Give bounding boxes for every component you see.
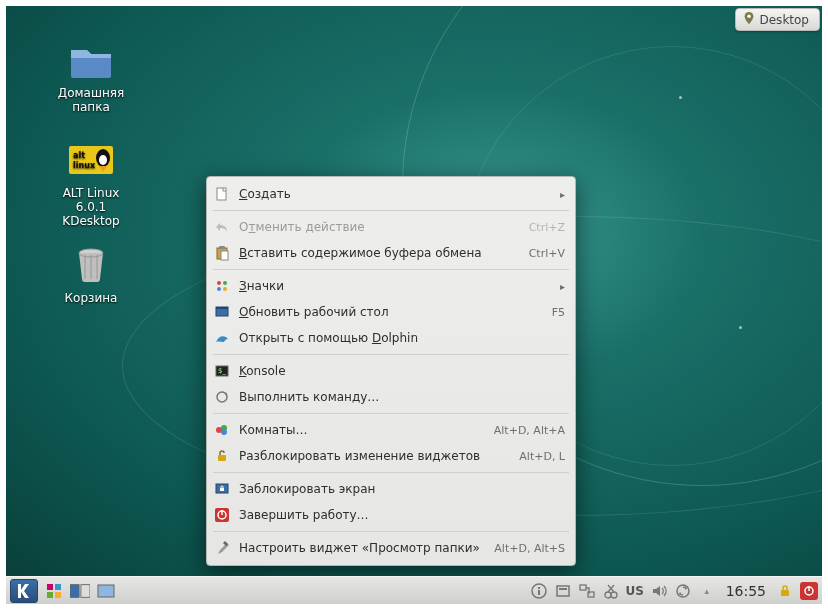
menu-item-label: Значки <box>239 279 552 293</box>
svg-rect-11 <box>221 251 228 260</box>
taskbar-panel: US ▴ 16:55 <box>6 576 822 604</box>
svg-rect-39 <box>538 587 540 589</box>
system-tray: US ▴ 16:55 <box>530 582 822 600</box>
svg-rect-49 <box>808 586 809 591</box>
menu-item-rooms[interactable]: Комнаты…Alt+D, Alt+A <box>207 417 575 443</box>
svg-point-13 <box>223 281 227 285</box>
menu-item-create[interactable]: Создать▸ <box>207 181 575 207</box>
submenu-arrow-icon: ▸ <box>560 281 565 292</box>
menu-item-lockscr[interactable]: Заблокировать экран <box>207 476 575 502</box>
volume-tray-icon[interactable] <box>650 582 668 600</box>
svg-rect-17 <box>216 307 228 309</box>
menu-item-label: Заблокировать экран <box>239 482 565 496</box>
menu-separator <box>213 413 569 414</box>
menu-item-refresh[interactable]: Обновить рабочий столF5 <box>207 299 575 325</box>
desktop-icon-home[interactable]: Домашняяпапка <box>46 36 136 114</box>
svg-rect-36 <box>98 585 114 597</box>
menu-item-konsole[interactable]: $_Konsole <box>207 358 575 384</box>
svg-rect-42 <box>580 585 586 590</box>
run-icon <box>213 388 231 406</box>
kmenu-button[interactable] <box>10 579 38 603</box>
menu-item-run[interactable]: Выполнить команду… <box>207 384 575 410</box>
svg-rect-34 <box>70 584 79 597</box>
folder-home-icon <box>67 36 115 84</box>
desktop-icon-label: Домашняяпапка <box>46 86 136 114</box>
desktop[interactable]: Desktop Домашняяпапка alt linux ALT Linu… <box>6 6 822 576</box>
activity-switcher-button[interactable] <box>44 581 64 601</box>
pager-button[interactable] <box>70 581 90 601</box>
svg-rect-8 <box>217 188 226 200</box>
svg-rect-40 <box>557 586 569 596</box>
svg-rect-32 <box>47 592 53 598</box>
info-tray-icon[interactable] <box>530 582 548 600</box>
dolphin-icon <box>213 329 231 347</box>
tray-expand-icon[interactable]: ▴ <box>698 582 716 600</box>
submenu-arrow-icon: ▸ <box>560 189 565 200</box>
menu-item-unlockw[interactable]: Разблокировать изменение виджетовAlt+D, … <box>207 443 575 469</box>
svg-point-45 <box>611 592 617 598</box>
menu-item-label: Настроить виджет «Просмотр папки» <box>239 541 484 555</box>
menu-separator <box>213 269 569 270</box>
menu-item-label: Konsole <box>239 364 565 378</box>
menu-item-label: Разблокировать изменение виджетов <box>239 449 509 463</box>
menu-separator <box>213 531 569 532</box>
menu-item-label: Создать <box>239 187 552 201</box>
svg-point-12 <box>217 281 221 285</box>
paste-icon <box>213 244 231 262</box>
desktop-toolbox-label: Desktop <box>760 13 810 27</box>
svg-rect-33 <box>55 592 61 598</box>
svg-point-44 <box>605 592 611 598</box>
lockscr-icon <box>213 480 231 498</box>
power-icon <box>213 506 231 524</box>
menu-item-shutdown[interactable]: Завершить работу… <box>207 502 575 528</box>
klipper-tray-icon[interactable] <box>602 582 620 600</box>
menu-separator <box>213 210 569 211</box>
panel-clock[interactable]: 16:55 <box>722 583 770 599</box>
svg-rect-26 <box>220 488 224 491</box>
rooms-icon <box>213 421 231 439</box>
menu-separator <box>213 354 569 355</box>
updater-tray-icon[interactable] <box>674 582 692 600</box>
desktop-icon-altlinux[interactable]: alt linux ALT Linux 6.0.1KDesktop <box>46 136 136 228</box>
menu-item-label: Выполнить команду… <box>239 390 565 404</box>
desktop-icon-trash[interactable]: Корзина <box>46 241 136 305</box>
svg-point-0 <box>747 15 751 19</box>
svg-rect-24 <box>218 455 226 461</box>
new-icon <box>213 185 231 203</box>
panel-shutdown-button[interactable] <box>800 582 818 600</box>
device-tray-icon[interactable] <box>554 582 572 600</box>
unlock-icon <box>213 447 231 465</box>
menu-separator <box>213 472 569 473</box>
panel-lock-button[interactable] <box>776 582 794 600</box>
svg-rect-47 <box>781 590 789 596</box>
show-desktop-button[interactable] <box>96 581 116 601</box>
menu-item-iconsset[interactable]: Значки▸ <box>207 273 575 299</box>
svg-text:alt: alt <box>73 151 85 160</box>
svg-point-23 <box>221 429 227 435</box>
menu-item-shortcut: Ctrl+V <box>529 247 565 260</box>
svg-rect-35 <box>81 584 90 597</box>
svg-point-15 <box>223 287 227 291</box>
menu-item-paste[interactable]: Вставить содержимое буфера обменаCtrl+V <box>207 240 575 266</box>
konsole-icon: $_ <box>213 362 231 380</box>
svg-rect-31 <box>55 584 61 590</box>
menu-item-label: Завершить работу… <box>239 508 565 522</box>
menu-item-label: Обновить рабочий стол <box>239 305 542 319</box>
desktop-toolbox[interactable]: Desktop <box>735 8 821 31</box>
svg-rect-30 <box>47 584 53 590</box>
svg-rect-10 <box>219 246 225 249</box>
network-tray-icon[interactable] <box>578 582 596 600</box>
alt-linux-icon: alt linux <box>67 136 115 184</box>
menu-item-label: Вставить содержимое буфера обмена <box>239 246 519 260</box>
svg-point-3 <box>99 155 107 165</box>
menu-item-config[interactable]: Настроить виджет «Просмотр папки»Alt+D, … <box>207 535 575 561</box>
screen: Desktop Домашняяпапка alt linux ALT Linu… <box>0 0 828 610</box>
menu-item-shortcut: Alt+D, Alt+A <box>494 424 565 437</box>
keyboard-layout-indicator[interactable]: US <box>626 582 644 600</box>
menu-item-dolphin[interactable]: Открыть с помощью Dolphin <box>207 325 575 351</box>
svg-rect-29 <box>221 510 222 515</box>
menu-item-shortcut: F5 <box>552 306 565 319</box>
wallpaper-decor <box>679 96 682 99</box>
refresh-icon <box>213 303 231 321</box>
menu-item-undo: Отменить действиеCtrl+Z <box>207 214 575 240</box>
